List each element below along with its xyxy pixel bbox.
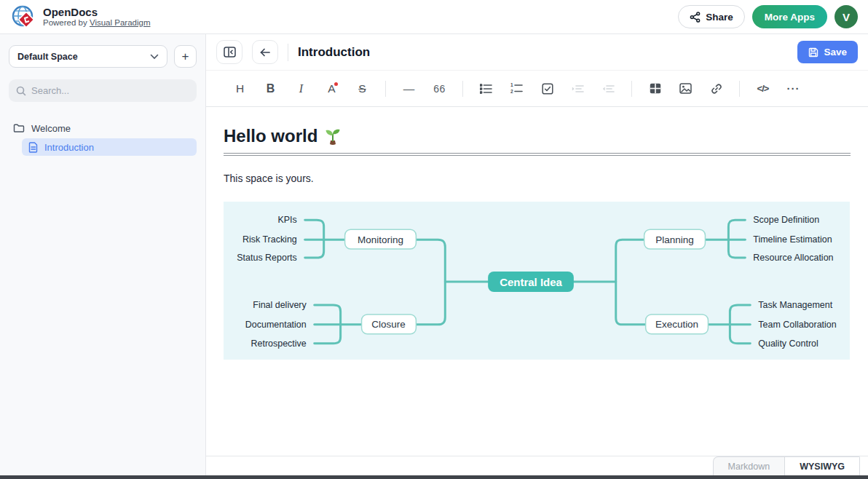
folder-icon xyxy=(13,123,25,133)
app-title: OpenDocs xyxy=(43,6,150,18)
font-color-dot xyxy=(334,82,338,86)
document-topbar: Introduction Save xyxy=(206,34,868,71)
mindmap-block[interactable]: Monitoring Closure Central Idea Pla xyxy=(224,202,850,360)
heading-divider xyxy=(224,153,851,156)
mindmap-leaf: Documentation xyxy=(245,320,307,330)
more-apps-button[interactable]: More Apps xyxy=(752,5,827,28)
panel-toggle-icon xyxy=(224,47,236,58)
tree-item-welcome[interactable]: Welcome xyxy=(9,119,197,137)
editor-toolbar: H B I A S — 66 xyxy=(206,71,868,107)
more-options-button[interactable]: ··· xyxy=(781,78,805,100)
brand: OpenDocs Powered by Visual Paradigm xyxy=(10,4,150,30)
app-body: Default Space + xyxy=(0,34,868,475)
add-space-button[interactable]: + xyxy=(174,45,197,68)
table-button[interactable] xyxy=(643,78,667,100)
svg-text:Closure: Closure xyxy=(371,319,405,330)
topbar-divider xyxy=(288,44,288,61)
opendocs-logo-icon xyxy=(10,4,36,30)
indent-icon xyxy=(572,84,584,94)
link-button[interactable] xyxy=(704,78,728,100)
mindmap-node-monitoring: Monitoring xyxy=(345,229,417,249)
mindmap-leaf: Task Management xyxy=(758,300,832,310)
mindmap-leaf: Team Collaboration xyxy=(758,320,836,330)
mindmap-node-planning: Planning xyxy=(644,229,706,249)
arrow-left-icon xyxy=(259,47,271,58)
visual-paradigm-link[interactable]: Visual Paradigm xyxy=(90,18,151,27)
link-icon xyxy=(711,83,722,95)
heading-button[interactable]: H xyxy=(228,78,252,100)
table-icon xyxy=(650,83,661,94)
search-input[interactable] xyxy=(31,85,189,96)
powered-by: Powered by Visual Paradigm xyxy=(43,18,150,28)
svg-text:Planning: Planning xyxy=(655,234,693,245)
tab-wysiwyg[interactable]: WYSIWYG xyxy=(784,456,860,475)
back-button[interactable] xyxy=(252,40,278,64)
page-title: Introduction xyxy=(298,45,370,60)
tree-item-introduction[interactable]: Introduction xyxy=(22,138,197,156)
code-button[interactable]: </> xyxy=(751,78,775,100)
svg-text:Execution: Execution xyxy=(655,319,698,330)
svg-text:Central Idea: Central Idea xyxy=(500,276,562,288)
search-box[interactable] xyxy=(9,79,197,102)
document-icon xyxy=(28,142,38,153)
share-button[interactable]: Share xyxy=(678,5,745,28)
mindmap-node-central: Central Idea xyxy=(488,272,574,292)
image-button[interactable] xyxy=(674,78,698,100)
horizontal-rule-button[interactable]: — xyxy=(397,78,421,100)
bullet-list-button[interactable] xyxy=(474,78,498,100)
mindmap-leaf: Resource Allocation xyxy=(753,253,833,263)
document-heading: Hello world xyxy=(224,126,851,146)
sidebar: Default Space + xyxy=(0,34,206,475)
mindmap-leaf: Scope Definition xyxy=(753,215,819,225)
share-icon xyxy=(690,12,701,23)
mindmap-leaf: KPIs xyxy=(277,215,296,225)
window-bottom-edge xyxy=(0,475,868,479)
save-button[interactable]: Save xyxy=(797,41,858,63)
header-actions: Share More Apps V xyxy=(678,5,858,28)
ordered-list-button[interactable]: 1 2 xyxy=(505,78,529,100)
chevron-down-icon xyxy=(150,54,159,60)
mindmap-leaf: Retrospective xyxy=(251,339,307,349)
mindmap-leaf: Final delivery xyxy=(253,300,307,310)
user-avatar[interactable]: V xyxy=(835,5,858,28)
svg-text:Monitoring: Monitoring xyxy=(358,234,403,245)
outdent-icon xyxy=(602,84,615,94)
mindmap-node-closure: Closure xyxy=(362,314,417,334)
bullet-list-icon xyxy=(480,84,492,94)
space-selector-dropdown[interactable]: Default Space xyxy=(9,45,167,68)
save-icon xyxy=(808,47,818,58)
svg-text:1: 1 xyxy=(510,83,513,87)
outdent-button xyxy=(596,78,620,100)
tab-markdown[interactable]: Markdown xyxy=(713,456,785,475)
mindmap-svg: Monitoring Closure Central Idea Pla xyxy=(224,202,850,360)
italic-button[interactable]: I xyxy=(289,78,313,100)
mindmap-node-execution: Execution xyxy=(646,314,709,334)
font-color-button[interactable]: A xyxy=(320,78,344,100)
mindmap-leaf: Quality Control xyxy=(758,339,818,349)
toggle-sidebar-button[interactable] xyxy=(216,40,242,64)
document-tree: Welcome Introduction xyxy=(9,119,197,156)
strikethrough-button[interactable]: S xyxy=(350,78,374,100)
brand-text: OpenDocs Powered by Visual Paradigm xyxy=(43,6,150,28)
task-list-button[interactable] xyxy=(535,78,559,100)
mindmap-leaf: Status Reports xyxy=(237,253,296,263)
main-panel: Introduction Save H B I xyxy=(206,34,868,475)
mindmap-leaf: Risk Tracking xyxy=(242,234,297,245)
ordered-list-icon: 1 2 xyxy=(510,83,523,94)
bold-button[interactable]: B xyxy=(259,78,283,100)
seedling-emoji-icon xyxy=(323,127,342,146)
svg-text:2: 2 xyxy=(510,89,513,94)
image-icon xyxy=(679,83,692,94)
app-header: OpenDocs Powered by Visual Paradigm Shar… xyxy=(0,0,868,34)
indent-button xyxy=(566,78,590,100)
blockquote-button[interactable]: 66 xyxy=(427,78,451,100)
app-window: OpenDocs Powered by Visual Paradigm Shar… xyxy=(0,0,868,479)
space-selector-row: Default Space + xyxy=(9,45,197,68)
editor-content[interactable]: Hello world This space is yours. xyxy=(206,107,868,456)
mindmap-leaf: Timeline Estimation xyxy=(753,234,832,245)
checkbox-check-icon xyxy=(542,83,553,95)
search-icon xyxy=(16,86,26,96)
document-paragraph: This space is yours. xyxy=(224,173,851,184)
editor-footer: Markdown WYSIWYG xyxy=(206,456,868,475)
